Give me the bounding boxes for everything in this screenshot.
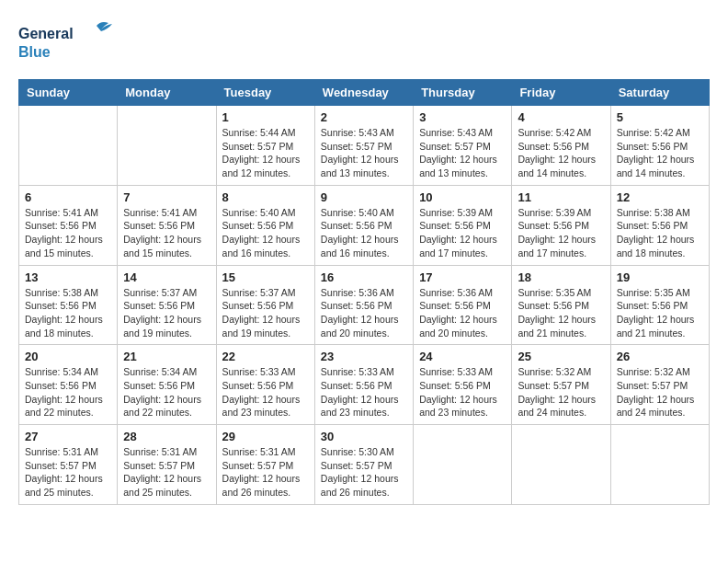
day-number: 20 xyxy=(25,350,111,363)
day-detail: Sunrise: 5:43 AMSunset: 5:57 PMDaylight:… xyxy=(321,126,407,180)
calendar-header-row: SundayMondayTuesdayWednesdayThursdayFrid… xyxy=(19,80,710,106)
calendar-cell: 9Sunrise: 5:40 AMSunset: 5:56 PMDaylight… xyxy=(314,185,413,265)
weekday-header: Tuesday xyxy=(216,80,314,106)
calendar-cell: 17Sunrise: 5:36 AMSunset: 5:56 PMDayligh… xyxy=(414,265,512,345)
calendar-cell: 8Sunrise: 5:40 AMSunset: 5:56 PMDaylight… xyxy=(216,185,314,265)
calendar-cell: 14Sunrise: 5:37 AMSunset: 5:56 PMDayligh… xyxy=(118,265,216,345)
calendar-cell: 16Sunrise: 5:36 AMSunset: 5:56 PMDayligh… xyxy=(314,265,413,345)
calendar-cell: 27Sunrise: 5:31 AMSunset: 5:57 PMDayligh… xyxy=(19,425,118,505)
day-detail: Sunrise: 5:33 AMSunset: 5:56 PMDaylight:… xyxy=(222,365,309,419)
day-detail: Sunrise: 5:37 AMSunset: 5:56 PMDaylight:… xyxy=(123,286,210,340)
day-number: 3 xyxy=(419,110,506,124)
day-number: 25 xyxy=(518,350,604,363)
day-number: 7 xyxy=(123,190,210,204)
day-number: 13 xyxy=(25,270,111,284)
calendar-cell: 25Sunrise: 5:32 AMSunset: 5:57 PMDayligh… xyxy=(512,345,610,425)
calendar-cell xyxy=(414,425,512,505)
day-detail: Sunrise: 5:32 AMSunset: 5:57 PMDaylight:… xyxy=(617,365,703,419)
calendar-cell: 12Sunrise: 5:38 AMSunset: 5:56 PMDayligh… xyxy=(610,185,709,265)
calendar-cell: 13Sunrise: 5:38 AMSunset: 5:56 PMDayligh… xyxy=(19,265,118,345)
day-number: 29 xyxy=(222,430,309,443)
day-detail: Sunrise: 5:36 AMSunset: 5:56 PMDaylight:… xyxy=(321,286,407,340)
svg-text:Blue: Blue xyxy=(18,44,51,60)
calendar-cell: 20Sunrise: 5:34 AMSunset: 5:56 PMDayligh… xyxy=(19,345,118,425)
day-number: 27 xyxy=(25,430,111,443)
calendar-cell: 24Sunrise: 5:33 AMSunset: 5:56 PMDayligh… xyxy=(414,345,512,425)
calendar-cell: 1Sunrise: 5:44 AMSunset: 5:57 PMDaylight… xyxy=(216,106,314,186)
calendar-cell: 15Sunrise: 5:37 AMSunset: 5:56 PMDayligh… xyxy=(216,265,314,345)
day-detail: Sunrise: 5:40 AMSunset: 5:56 PMDaylight:… xyxy=(321,206,407,260)
day-detail: Sunrise: 5:31 AMSunset: 5:57 PMDaylight:… xyxy=(25,445,111,500)
day-number: 17 xyxy=(419,270,506,284)
calendar-cell: 23Sunrise: 5:33 AMSunset: 5:56 PMDayligh… xyxy=(314,345,413,425)
day-number: 6 xyxy=(25,190,111,204)
day-detail: Sunrise: 5:37 AMSunset: 5:56 PMDaylight:… xyxy=(222,286,309,340)
day-number: 21 xyxy=(123,350,210,363)
day-number: 5 xyxy=(617,110,703,124)
day-detail: Sunrise: 5:31 AMSunset: 5:57 PMDaylight:… xyxy=(123,445,210,500)
day-number: 12 xyxy=(617,190,703,204)
calendar-week-row: 6Sunrise: 5:41 AMSunset: 5:56 PMDaylight… xyxy=(19,185,710,265)
day-detail: Sunrise: 5:41 AMSunset: 5:56 PMDaylight:… xyxy=(123,206,210,260)
calendar-cell: 11Sunrise: 5:39 AMSunset: 5:56 PMDayligh… xyxy=(512,185,610,265)
weekday-header: Friday xyxy=(512,80,610,106)
day-number: 2 xyxy=(321,110,407,124)
day-detail: Sunrise: 5:33 AMSunset: 5:56 PMDaylight:… xyxy=(419,365,506,419)
weekday-header: Wednesday xyxy=(314,80,413,106)
day-number: 16 xyxy=(321,270,407,284)
day-number: 19 xyxy=(617,270,703,284)
day-number: 8 xyxy=(222,190,309,204)
day-number: 24 xyxy=(419,350,506,363)
calendar-cell: 29Sunrise: 5:31 AMSunset: 5:57 PMDayligh… xyxy=(216,425,314,505)
calendar-cell: 21Sunrise: 5:34 AMSunset: 5:56 PMDayligh… xyxy=(118,345,216,425)
day-detail: Sunrise: 5:31 AMSunset: 5:57 PMDaylight:… xyxy=(222,445,309,500)
day-number: 4 xyxy=(518,110,604,124)
calendar-week-row: 20Sunrise: 5:34 AMSunset: 5:56 PMDayligh… xyxy=(19,345,710,425)
calendar-week-row: 27Sunrise: 5:31 AMSunset: 5:57 PMDayligh… xyxy=(19,425,710,505)
day-detail: Sunrise: 5:32 AMSunset: 5:57 PMDaylight:… xyxy=(518,365,604,419)
weekday-header: Sunday xyxy=(19,80,118,106)
calendar-cell: 10Sunrise: 5:39 AMSunset: 5:56 PMDayligh… xyxy=(414,185,512,265)
day-detail: Sunrise: 5:34 AMSunset: 5:56 PMDaylight:… xyxy=(25,365,111,419)
day-number: 22 xyxy=(222,350,309,363)
day-detail: Sunrise: 5:35 AMSunset: 5:56 PMDaylight:… xyxy=(518,286,604,340)
day-number: 23 xyxy=(321,350,407,363)
day-detail: Sunrise: 5:42 AMSunset: 5:56 PMDaylight:… xyxy=(518,126,604,180)
day-detail: Sunrise: 5:38 AMSunset: 5:56 PMDaylight:… xyxy=(25,286,111,340)
day-detail: Sunrise: 5:39 AMSunset: 5:56 PMDaylight:… xyxy=(518,206,604,260)
day-detail: Sunrise: 5:43 AMSunset: 5:57 PMDaylight:… xyxy=(419,126,506,180)
calendar-cell xyxy=(610,425,709,505)
day-detail: Sunrise: 5:44 AMSunset: 5:57 PMDaylight:… xyxy=(222,126,309,180)
day-detail: Sunrise: 5:40 AMSunset: 5:56 PMDaylight:… xyxy=(222,206,309,260)
day-number: 26 xyxy=(617,350,703,363)
calendar-cell: 6Sunrise: 5:41 AMSunset: 5:56 PMDaylight… xyxy=(19,185,118,265)
day-detail: Sunrise: 5:30 AMSunset: 5:57 PMDaylight:… xyxy=(321,445,407,500)
calendar-cell xyxy=(19,106,118,186)
day-detail: Sunrise: 5:34 AMSunset: 5:56 PMDaylight:… xyxy=(123,365,210,419)
calendar-cell: 4Sunrise: 5:42 AMSunset: 5:56 PMDaylight… xyxy=(512,106,610,186)
weekday-header: Monday xyxy=(118,80,216,106)
day-number: 28 xyxy=(123,430,210,443)
logo: General Blue xyxy=(18,18,119,64)
day-detail: Sunrise: 5:39 AMSunset: 5:56 PMDaylight:… xyxy=(419,206,506,260)
weekday-header: Saturday xyxy=(610,80,709,106)
day-detail: Sunrise: 5:35 AMSunset: 5:56 PMDaylight:… xyxy=(617,286,703,340)
calendar-cell: 5Sunrise: 5:42 AMSunset: 5:56 PMDaylight… xyxy=(610,106,709,186)
weekday-header: Thursday xyxy=(414,80,512,106)
page-header: General Blue xyxy=(18,18,710,64)
calendar-week-row: 1Sunrise: 5:44 AMSunset: 5:57 PMDaylight… xyxy=(19,106,710,186)
day-detail: Sunrise: 5:41 AMSunset: 5:56 PMDaylight:… xyxy=(25,206,111,260)
day-number: 1 xyxy=(222,110,309,124)
calendar-cell: 30Sunrise: 5:30 AMSunset: 5:57 PMDayligh… xyxy=(314,425,413,505)
calendar-cell: 2Sunrise: 5:43 AMSunset: 5:57 PMDaylight… xyxy=(314,106,413,186)
day-detail: Sunrise: 5:33 AMSunset: 5:56 PMDaylight:… xyxy=(321,365,407,419)
day-number: 15 xyxy=(222,270,309,284)
calendar-cell: 26Sunrise: 5:32 AMSunset: 5:57 PMDayligh… xyxy=(610,345,709,425)
calendar-cell xyxy=(118,106,216,186)
day-number: 14 xyxy=(123,270,210,284)
calendar-cell: 19Sunrise: 5:35 AMSunset: 5:56 PMDayligh… xyxy=(610,265,709,345)
logo-svg: General Blue xyxy=(18,18,119,64)
calendar-week-row: 13Sunrise: 5:38 AMSunset: 5:56 PMDayligh… xyxy=(19,265,710,345)
calendar-cell: 22Sunrise: 5:33 AMSunset: 5:56 PMDayligh… xyxy=(216,345,314,425)
calendar-cell: 28Sunrise: 5:31 AMSunset: 5:57 PMDayligh… xyxy=(118,425,216,505)
